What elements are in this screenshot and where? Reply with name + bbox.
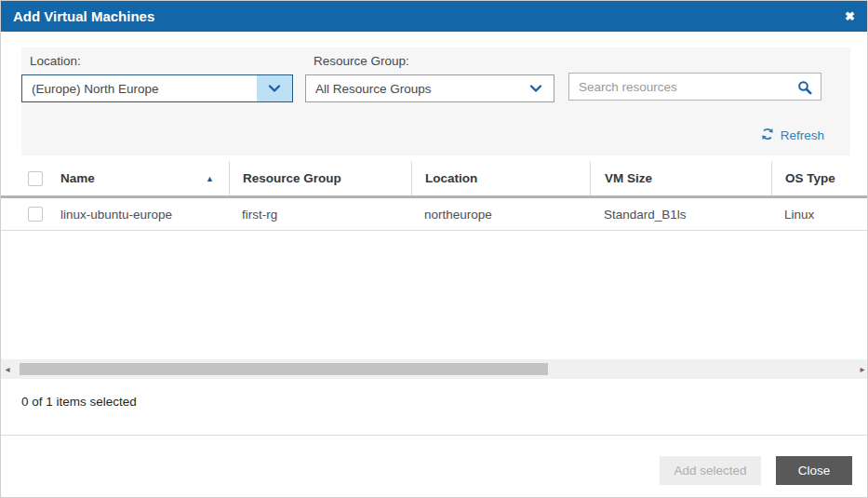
- resource-group-label: Resource Group:: [305, 47, 554, 74]
- selection-summary: 0 of 1 items selected: [21, 395, 137, 409]
- resource-group-filter-group: Resource Group: All Resource Groups: [305, 47, 554, 102]
- sort-ascending-icon: ▲: [206, 174, 214, 183]
- row-resource-group-cell: first-rg: [229, 198, 411, 230]
- location-selected-value: (Europe) North Europe: [22, 82, 257, 96]
- row-vm-size-cell: Standard_B1ls: [590, 198, 771, 230]
- row-os-type-cell: Linux: [771, 198, 868, 230]
- search-box: [568, 73, 821, 101]
- resource-group-selected-value: All Resource Groups: [306, 82, 518, 96]
- resource-group-dropdown[interactable]: All Resource Groups: [305, 74, 554, 102]
- dialog-title-bar: Add Virtual Machines ✖: [1, 1, 867, 32]
- column-header-vm-size[interactable]: VM Size: [590, 161, 771, 195]
- dialog-title: Add Virtual Machines: [13, 8, 154, 24]
- add-selected-button[interactable]: Add selected: [660, 456, 761, 485]
- location-filter-group: Location: (Europe) North Europe: [21, 47, 293, 102]
- row-location-cell: northeurope: [411, 198, 590, 230]
- column-header-os-type[interactable]: OS Type: [771, 161, 868, 195]
- chevron-down-icon: [257, 75, 292, 101]
- column-header-name[interactable]: Name ▲: [60, 161, 229, 195]
- row-checkbox[interactable]: [28, 207, 43, 222]
- column-header-resource-group[interactable]: Resource Group: [229, 161, 411, 195]
- table-header-row: Name ▲ Resource Group Location VM Size O…: [1, 161, 868, 198]
- footer-divider: [1, 435, 868, 436]
- close-button[interactable]: Close: [776, 456, 852, 485]
- table-row[interactable]: linux-ubuntu-europe first-rg northeurope…: [1, 198, 868, 231]
- refresh-link[interactable]: Refresh: [761, 128, 824, 143]
- column-header-location[interactable]: Location: [411, 161, 590, 195]
- scroll-right-icon[interactable]: ▸: [856, 359, 868, 379]
- horizontal-scrollbar[interactable]: ◂ ▸: [1, 359, 868, 379]
- select-all-checkbox[interactable]: [28, 171, 43, 186]
- search-icon: [797, 80, 812, 98]
- filter-panel: Location: (Europe) North Europe Resource…: [21, 47, 850, 155]
- close-icon[interactable]: ✖: [845, 10, 855, 22]
- header-checkbox-cell: [20, 161, 60, 195]
- row-checkbox-cell: [20, 198, 60, 230]
- scrollbar-thumb[interactable]: [20, 363, 548, 375]
- search-input[interactable]: [569, 74, 821, 100]
- chevron-down-icon: [518, 75, 554, 101]
- filter-row: Location: (Europe) North Europe Resource…: [21, 47, 850, 102]
- add-virtual-machines-dialog: Add Virtual Machines ✖ Location: (Europe…: [0, 0, 868, 498]
- location-label: Location:: [21, 47, 293, 74]
- row-name-cell: linux-ubuntu-europe: [60, 198, 229, 230]
- scroll-left-icon[interactable]: ◂: [1, 359, 14, 379]
- refresh-label: Refresh: [781, 128, 824, 142]
- search-filter-group: [568, 73, 821, 102]
- location-dropdown[interactable]: (Europe) North Europe: [21, 74, 293, 102]
- vm-table: Name ▲ Resource Group Location VM Size O…: [1, 161, 868, 231]
- refresh-icon: [761, 128, 774, 143]
